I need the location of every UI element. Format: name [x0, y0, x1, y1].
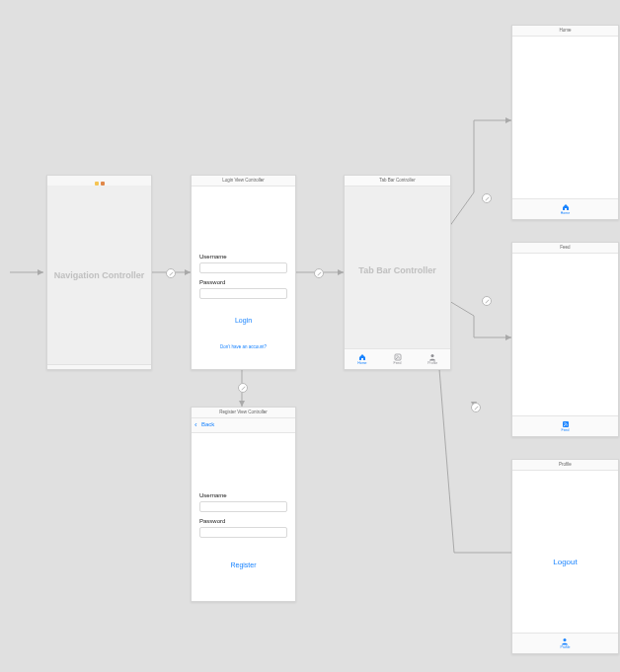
feed-title: Feed — [512, 243, 618, 254]
feed-tabbar: Feed — [512, 415, 618, 436]
login-title: Login View Controller — [192, 176, 295, 187]
tab-feed[interactable]: Feed — [380, 349, 416, 369]
profile-icon — [428, 353, 436, 361]
svg-rect-14 — [563, 421, 569, 427]
password-input[interactable] — [199, 527, 287, 538]
home-icon — [358, 353, 366, 361]
username-input[interactable] — [199, 501, 287, 512]
tab-feed-label: Feed — [562, 428, 570, 432]
tabbar-content: Tab Bar Controller — [345, 187, 450, 349]
home-scene[interactable]: Home Home — [511, 25, 619, 220]
login-button[interactable]: Login — [192, 317, 295, 324]
username-input[interactable] — [199, 262, 287, 273]
username-label: Username — [199, 254, 227, 260]
tab-home-label: Home — [357, 361, 366, 365]
password-label: Password — [199, 279, 225, 285]
segue-relationship-icon — [482, 193, 492, 203]
feed-icon — [394, 353, 402, 361]
tab-feed[interactable]: Feed — [562, 416, 570, 436]
navigation-controller-scene[interactable]: Navigation Controller — [46, 175, 152, 370]
home-tabbar: Home — [512, 198, 618, 219]
profile-icon — [561, 637, 569, 645]
password-label: Password — [199, 518, 225, 524]
tab-profile-label: Profile — [561, 645, 571, 649]
nav-controller-content: Navigation Controller — [47, 186, 151, 365]
nav-controller-placeholder: Navigation Controller — [47, 270, 151, 280]
back-button[interactable]: Back — [201, 421, 214, 427]
svg-rect-11 — [395, 354, 401, 360]
username-label: Username — [199, 492, 227, 498]
tab-home[interactable]: Home — [345, 349, 380, 369]
tabbar-controller-scene[interactable]: Tab Bar Controller Tab Bar Controller Ho… — [344, 175, 451, 370]
back-chevron-icon[interactable]: ‹ — [194, 420, 197, 429]
home-icon — [562, 203, 570, 211]
tab-profile[interactable]: Profile — [561, 634, 571, 653]
svg-point-15 — [564, 425, 565, 426]
segue-present-icon — [314, 268, 324, 278]
profile-tabbar: Profile — [512, 633, 618, 653]
profile-scene[interactable]: Profile Logout Profile — [511, 459, 619, 654]
feed-scene[interactable]: Feed Feed — [511, 242, 619, 437]
login-scene[interactable]: Login View Controller Username Password … — [191, 175, 296, 370]
tab-feed-label: Feed — [394, 361, 402, 365]
tab-bar: Home Feed Profile — [345, 348, 450, 369]
segue-show-icon — [238, 383, 248, 393]
segue-relationship-icon — [471, 403, 481, 412]
tabbar-title: Tab Bar Controller — [345, 176, 450, 187]
tab-home[interactable]: Home — [561, 199, 570, 219]
register-scene[interactable]: Register View Controller ‹ Back Username… — [191, 407, 296, 602]
svg-point-12 — [396, 358, 397, 359]
logout-button[interactable]: Logout — [512, 558, 618, 566]
segue-root-icon — [166, 268, 176, 278]
register-button[interactable]: Register — [192, 561, 295, 568]
nav-controller-bottombar — [47, 364, 151, 369]
tabbar-placeholder: Tab Bar Controller — [345, 265, 450, 275]
register-title: Register View Controller — [192, 408, 295, 418]
tab-profile[interactable]: Profile — [415, 349, 450, 369]
svg-point-13 — [431, 354, 434, 357]
nav-back-bar: ‹ Back — [192, 418, 295, 433]
tab-profile-label: Profile — [427, 361, 437, 365]
storyboard-canvas: Navigation Controller Login View Control… — [0, 0, 620, 672]
feed-icon — [562, 420, 570, 428]
register-link[interactable]: Don't have an account? — [192, 344, 295, 349]
segue-relationship-icon — [482, 296, 492, 306]
svg-marker-1 — [38, 269, 43, 275]
svg-point-16 — [564, 638, 567, 641]
password-input[interactable] — [199, 288, 287, 299]
profile-title: Profile — [512, 460, 618, 471]
home-title: Home — [512, 26, 618, 37]
tab-home-label: Home — [561, 211, 570, 215]
